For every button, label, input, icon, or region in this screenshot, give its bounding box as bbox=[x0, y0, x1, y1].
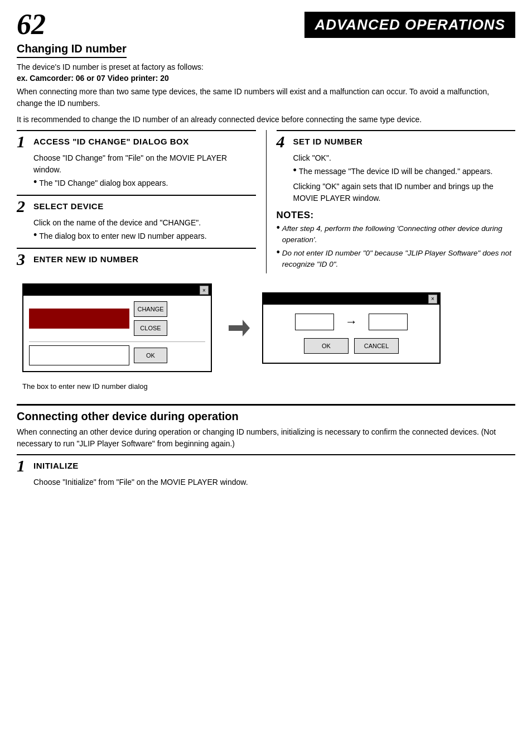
step-1-title: ACCESS "ID CHANGE" DIALOG BOX bbox=[33, 133, 189, 146]
step-2-title: SELECT DEVICE bbox=[33, 198, 104, 211]
section2-step1-number: 1 bbox=[17, 458, 29, 474]
step-4-number: 4 bbox=[277, 133, 289, 150]
step-4-text: Click "OK". bbox=[293, 152, 516, 164]
body-text-1: When connecting more than two same type … bbox=[17, 86, 515, 109]
step-4-header: 4 SET ID NUMBER bbox=[277, 133, 516, 150]
section2: Connecting other device during operation… bbox=[17, 404, 515, 488]
step-4-block: 4 SET ID NUMBER Click "OK". • The messag… bbox=[277, 130, 516, 204]
left-dialog-content: CHANGE CLOSE OK bbox=[23, 296, 211, 371]
left-dialog: × CHANGE CLOSE OK bbox=[22, 283, 212, 372]
dlg-row2: OK bbox=[29, 345, 205, 365]
step-2-text: Click on the name of the device and "CHA… bbox=[33, 217, 256, 229]
dlg-device-box bbox=[29, 309, 129, 329]
step-2-header: 2 SELECT DEVICE bbox=[17, 198, 256, 215]
section2-step1-body: Choose "Initialize" from "File" on the M… bbox=[33, 476, 515, 488]
col-right: 4 SET ID NUMBER Click "OK". • The messag… bbox=[267, 130, 516, 273]
step-1-block: 1 ACCESS "ID CHANGE" DIALOG BOX Choose "… bbox=[17, 130, 256, 189]
step-2-bullet-text: The dialog box to enter new ID number ap… bbox=[39, 230, 206, 242]
arrow-shape bbox=[229, 320, 250, 336]
right-dialog-content: → OK CANCEL bbox=[263, 305, 439, 363]
dlg-right-ok-button[interactable]: OK bbox=[304, 338, 349, 354]
page: 62 ADVANCED OPERATIONS Changing ID numbe… bbox=[0, 0, 532, 756]
bullet-dot-2: • bbox=[33, 230, 37, 240]
dlg-id-arrow: → bbox=[345, 315, 357, 329]
page-header: 62 ADVANCED OPERATIONS bbox=[17, 10, 515, 39]
dialog-caption: The box to enter new ID number dialog bbox=[22, 382, 515, 391]
dlg-id-to-box[interactable] bbox=[369, 314, 408, 330]
notes-text-1: After step 4, perform the following 'Con… bbox=[282, 223, 515, 246]
dlg-ok-button[interactable]: OK bbox=[134, 348, 167, 363]
steps-two-col: 1 ACCESS "ID CHANGE" DIALOG BOX Choose "… bbox=[17, 130, 515, 273]
notes-bullet-2: • bbox=[277, 247, 280, 257]
step-1-number: 1 bbox=[17, 133, 29, 150]
right-dialog: × → OK CANCEL bbox=[262, 292, 441, 364]
notes-item-2: • Do not enter ID number "0" because "JL… bbox=[277, 248, 516, 271]
step-3-header: 3 ENTER NEW ID NUMBER bbox=[17, 251, 256, 268]
section2-step1-title: INITIALIZE bbox=[33, 458, 79, 470]
section2-step1-block: 1 INITIALIZE Choose "Initialize" from "F… bbox=[17, 454, 515, 488]
step-1-header: 1 ACCESS "ID CHANGE" DIALOG BOX bbox=[17, 133, 256, 150]
step-1-body: Choose "ID Change" from "File" on the MO… bbox=[33, 152, 256, 189]
dlg-separator bbox=[29, 341, 205, 342]
step-4-body: Click "OK". • The message "The device ID… bbox=[293, 152, 516, 204]
dlg-right-cancel-button[interactable]: CANCEL bbox=[354, 338, 399, 354]
notes-bullet-1: • bbox=[277, 223, 280, 233]
step-4-bullet1: • The message "The device ID will be cha… bbox=[293, 166, 516, 177]
dlg-close-button[interactable]: CLOSE bbox=[134, 320, 167, 336]
right-dialog-title-bar: × bbox=[263, 293, 439, 305]
section2-heading: Connecting other device during operation bbox=[17, 410, 239, 423]
dlg-btns-row: OK CANCEL bbox=[274, 338, 428, 354]
notes-text-2: Do not enter ID number "0" because "JLIP… bbox=[282, 248, 515, 271]
step-3-title: ENTER NEW ID NUMBER bbox=[33, 251, 139, 264]
step-2-body: Click on the name of the device and "CHA… bbox=[33, 217, 256, 242]
section2-step1-text: Choose "Initialize" from "File" on the M… bbox=[33, 476, 515, 488]
step-1-text: Choose "ID Change" from "File" on the MO… bbox=[33, 152, 256, 176]
right-dialog-close-button[interactable]: × bbox=[428, 295, 437, 304]
section-title-header: ADVANCED OPERATIONS bbox=[304, 12, 515, 38]
section2-body: When connecting an other device during o… bbox=[17, 426, 515, 450]
dialogs-area: × CHANGE CLOSE OK bbox=[17, 283, 515, 372]
dlg-row1: CHANGE CLOSE bbox=[29, 301, 205, 336]
changing-id-heading: Changing ID number bbox=[17, 42, 127, 58]
step-2-number: 2 bbox=[17, 198, 29, 215]
page-number: 62 bbox=[17, 10, 46, 39]
step-3-block: 3 ENTER NEW ID NUMBER bbox=[17, 248, 256, 268]
notes-title: NOTES: bbox=[277, 210, 516, 221]
left-dialog-close-button[interactable]: × bbox=[200, 286, 209, 295]
intro-text: The device's ID number is preset at fact… bbox=[17, 62, 515, 71]
step-4-title: SET ID NUMBER bbox=[293, 133, 363, 146]
dlg-change-button[interactable]: CHANGE bbox=[134, 301, 167, 317]
bold-line: ex. Camcorder: 06 or 07 Video printer: 2… bbox=[17, 74, 515, 83]
step-1-bullet: • The "ID Change" dialog box appears. bbox=[33, 177, 256, 189]
dialog-arrow bbox=[223, 317, 251, 339]
col-left: 1 ACCESS "ID CHANGE" DIALOG BOX Choose "… bbox=[17, 130, 267, 273]
notes-item-1: • After step 4, perform the following 'C… bbox=[277, 223, 516, 246]
bullet-dot-1: • bbox=[33, 177, 37, 187]
dlg-input-box[interactable] bbox=[29, 345, 129, 365]
step-1-bullet-text: The "ID Change" dialog box appears. bbox=[39, 177, 168, 189]
step-2-block: 2 SELECT DEVICE Click on the name of the… bbox=[17, 195, 256, 242]
left-dialog-title-bar: × bbox=[23, 285, 211, 296]
notes-block: NOTES: • After step 4, perform the follo… bbox=[277, 210, 516, 270]
step-4-text2: Clicking "OK" again sets that ID number … bbox=[293, 181, 516, 204]
body-text-2: It is recommended to change the ID numbe… bbox=[17, 114, 515, 126]
step-2-bullet: • The dialog box to enter new ID number … bbox=[33, 230, 256, 242]
step-3-number: 3 bbox=[17, 251, 29, 268]
bullet-dot-4: • bbox=[293, 165, 297, 175]
step-4-bullet1-text: The message "The device ID will be chang… bbox=[299, 166, 493, 177]
dlg-id-row: → bbox=[274, 314, 428, 330]
section2-step1-header: 1 INITIALIZE bbox=[17, 458, 515, 474]
dlg-id-from-box[interactable] bbox=[295, 314, 334, 330]
